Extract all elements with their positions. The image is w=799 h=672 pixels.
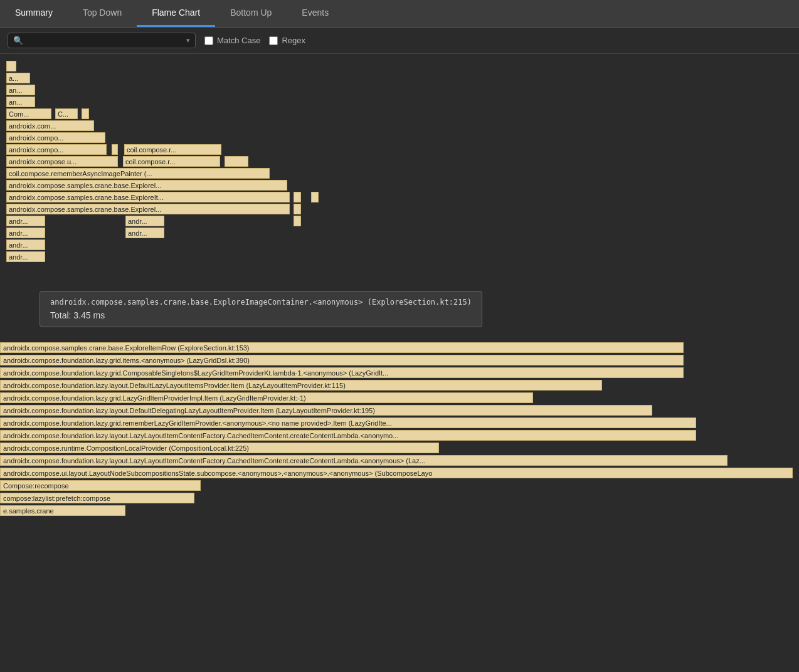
bottom-row-6[interactable]: androidx.compose.foundation.lazy.grid.re…: [0, 417, 696, 428]
flame-bar[interactable]: androidx.compose.samples.crane.base.Expl…: [6, 180, 287, 191]
flame-bar[interactable]: coil.compose.r...: [123, 156, 220, 167]
flame-bar[interactable]: androidx.compose.samples.crane.base.Expl…: [6, 192, 290, 202]
bottom-rows: androidx.compose.samples.crane.base.Expl…: [0, 342, 799, 518]
flame-bar[interactable]: androidx.compose.samples.crane.base.Expl…: [6, 204, 290, 214]
tooltip-title: androidx.compose.samples.crane.base.Expl…: [50, 298, 472, 307]
bottom-row-7[interactable]: androidx.compose.foundation.lazy.layout.…: [0, 430, 696, 441]
flame-row-9: androidx.compose.u... coil.compose.r...: [0, 156, 799, 167]
flame-bar[interactable]: an...: [6, 97, 35, 107]
flame-row-6: androidx.com...: [0, 120, 799, 132]
flame-bar[interactable]: [294, 216, 301, 226]
flame-bar[interactable]: andr...: [6, 216, 45, 226]
bottom-row-4[interactable]: androidx.compose.foundation.lazy.grid.La…: [0, 392, 533, 403]
flame-bar[interactable]: andr...: [125, 228, 164, 238]
flame-row-17: andr...: [0, 251, 799, 263]
flame-row-3: an...: [0, 85, 799, 96]
flame-bar[interactable]: andr...: [125, 216, 164, 226]
flame-row-12: androidx.compose.samples.crane.base.Expl…: [0, 192, 799, 203]
bottom-row-11[interactable]: Compose:recompose: [0, 480, 201, 491]
flame-chart-area: a... an... an... Com... C... androidx.co…: [0, 54, 799, 518]
tab-events[interactable]: Events: [287, 0, 344, 27]
flame-bar[interactable]: andr...: [6, 251, 45, 262]
flame-row-8: androidx.compo... coil.compose.r...: [0, 144, 799, 155]
flame-bar[interactable]: [225, 156, 248, 167]
tab-topdown[interactable]: Top Down: [68, 0, 137, 27]
flame-bar[interactable]: androidx.com...: [6, 120, 94, 131]
search-bar: 🔍 ▾ Match Case Regex: [0, 28, 799, 54]
bottom-row-10[interactable]: androidx.compose.ui.layout.LayoutNodeSub…: [0, 468, 793, 478]
flame-bar[interactable]: C...: [55, 108, 78, 119]
tooltip-total: Total: 3.45 ms: [50, 310, 472, 320]
bottom-row-3[interactable]: androidx.compose.foundation.lazy.layout.…: [0, 380, 602, 391]
search-input[interactable]: [26, 36, 186, 45]
bottom-row-2[interactable]: androidx.compose.foundation.lazy.grid.Co…: [0, 367, 684, 378]
bottom-row-9[interactable]: androidx.compose.foundation.lazy.layout.…: [0, 455, 728, 466]
flame-bar[interactable]: andr...: [6, 239, 45, 250]
tab-bar: Summary Top Down Flame Chart Bottom Up E…: [0, 0, 799, 28]
search-icon: 🔍: [13, 36, 23, 45]
flame-row-15: andr... andr...: [0, 228, 799, 239]
flame-tooltip: androidx.compose.samples.crane.base.Expl…: [40, 291, 482, 327]
flame-bar[interactable]: [311, 192, 319, 202]
match-case-checkbox[interactable]: [204, 36, 213, 45]
flame-bar[interactable]: [294, 204, 301, 214]
match-case-label[interactable]: Match Case: [204, 36, 260, 45]
flame-bar[interactable]: androidx.compo...: [6, 132, 105, 143]
flame-row-2: a...: [0, 73, 799, 84]
flame-bar[interactable]: [294, 192, 301, 202]
flame-row-16: andr...: [0, 239, 799, 251]
flame-row-14: andr... andr...: [0, 216, 799, 227]
flame-row-5: Com... C...: [0, 108, 799, 120]
match-case-text: Match Case: [217, 36, 260, 45]
bottom-row-8[interactable]: androidx.compose.runtime.CompositionLoca…: [0, 443, 439, 453]
tab-bottomup[interactable]: Bottom Up: [215, 0, 287, 27]
flame-row-1: [0, 61, 799, 72]
flame-bar[interactable]: Com...: [6, 108, 51, 119]
flame-row-4: an...: [0, 97, 799, 108]
flame-bar[interactable]: a...: [6, 73, 30, 83]
flame-bar[interactable]: [6, 61, 16, 71]
flame-row-11: androidx.compose.samples.crane.base.Expl…: [0, 180, 799, 191]
flame-row-10: coil.compose.rememberAsyncImagePainter (…: [0, 168, 799, 179]
bottom-row-13[interactable]: e.samples.crane: [0, 505, 125, 516]
bottom-row-1[interactable]: androidx.compose.foundation.lazy.grid.it…: [0, 355, 684, 365]
tab-flamechart[interactable]: Flame Chart: [137, 0, 215, 27]
flame-bar[interactable]: andr...: [6, 228, 45, 238]
regex-checkbox[interactable]: [269, 36, 278, 45]
flame-bar[interactable]: coil.compose.r...: [124, 144, 221, 155]
regex-label[interactable]: Regex: [269, 36, 305, 45]
regex-text: Regex: [282, 36, 305, 45]
flame-bar[interactable]: androidx.compo...: [6, 144, 107, 155]
bottom-row-5[interactable]: androidx.compose.foundation.lazy.layout.…: [0, 405, 652, 416]
bottom-row-0[interactable]: androidx.compose.samples.crane.base.Expl…: [0, 342, 684, 353]
search-input-wrap[interactable]: 🔍 ▾: [8, 33, 196, 48]
flame-bar[interactable]: an...: [6, 85, 35, 95]
flame-bar[interactable]: androidx.compose.u...: [6, 156, 118, 167]
flame-bar[interactable]: coil.compose.rememberAsyncImagePainter (…: [6, 168, 270, 179]
flame-row-13: androidx.compose.samples.crane.base.Expl…: [0, 204, 799, 215]
search-dropdown-icon[interactable]: ▾: [186, 36, 190, 45]
tab-summary[interactable]: Summary: [0, 0, 68, 27]
flame-row-7: androidx.compo...: [0, 132, 799, 144]
flame-bar[interactable]: [82, 108, 89, 119]
bottom-row-12[interactable]: compose:lazylist:prefetch:compose: [0, 493, 194, 503]
flame-bar[interactable]: [112, 144, 118, 155]
